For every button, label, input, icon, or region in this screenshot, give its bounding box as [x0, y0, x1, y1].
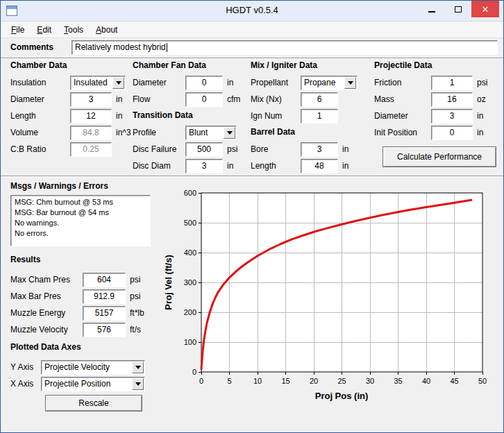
chevron-down-icon[interactable]: [112, 77, 124, 89]
messages-box[interactable]: MSG: Chm burnout @ 53 ms MSG: Bar burnou…: [10, 195, 151, 246]
chamber-data-title: Chamber Data: [10, 60, 67, 70]
menu-file[interactable]: File: [5, 23, 31, 37]
bore-label: Bore: [251, 144, 268, 154]
app-window: HGDT v0.5.4 ✕ File Edit Tools About Comm…: [0, 0, 504, 433]
fan-flow-field[interactable]: 0: [185, 92, 223, 107]
muzzle-velocity-unit: ft/s: [130, 325, 141, 334]
svg-text:40: 40: [422, 377, 430, 385]
mass-field[interactable]: 16: [431, 92, 473, 107]
message-line: MSG: Bar burnout @ 54 ms: [15, 207, 146, 218]
profile-select[interactable]: Blunt: [185, 126, 237, 140]
friction-field[interactable]: 1: [431, 76, 473, 90]
max-bar-pres-label: Max Bar Pres: [10, 291, 61, 301]
chamber-diameter-field[interactable]: 3: [70, 92, 112, 107]
svg-text:400: 400: [184, 248, 196, 257]
divider-top: [1, 58, 503, 59]
svg-text:15: 15: [281, 377, 289, 385]
fan-flow-label: Flow: [133, 94, 150, 104]
chamber-length-label: Length: [10, 111, 36, 121]
message-line: No errors.: [15, 228, 146, 239]
x-axis-select[interactable]: Projectile Position: [41, 377, 145, 391]
cb-ratio-label: C:B Ratio: [10, 144, 46, 154]
message-line: No warnings.: [15, 218, 146, 228]
chamber-diameter-unit: in: [116, 94, 122, 104]
fan-diameter-field[interactable]: 0: [185, 76, 223, 90]
svg-text:100: 100: [184, 338, 196, 346]
barrel-length-label: Length: [251, 161, 276, 171]
maximize-icon: [455, 6, 462, 12]
muzzle-velocity-field: 576: [83, 323, 126, 337]
projectile-data-title: Projectile Data: [374, 60, 432, 70]
menu-edit[interactable]: Edit: [31, 23, 58, 37]
chevron-down-icon[interactable]: [344, 77, 356, 89]
titlebar[interactable]: HGDT v0.5.4 ✕: [1, 1, 503, 22]
y-axis-select[interactable]: Projectile Velocity: [41, 360, 145, 375]
muzzle-velocity-label: Muzzle Velocity: [10, 325, 68, 334]
y-axis-label: Y Axis: [10, 362, 33, 372]
mix-field[interactable]: 6: [301, 92, 338, 107]
proj-diameter-label: Diameter: [374, 111, 408, 121]
svg-text:10: 10: [253, 377, 262, 385]
disc-failure-field[interactable]: 500: [185, 142, 223, 157]
disc-diam-unit: in: [227, 161, 233, 171]
max-bar-pres-unit: psi: [130, 291, 140, 301]
menu-tools[interactable]: Tools: [58, 23, 90, 37]
chart-y-axis-title: Proj Vel (ft/s): [163, 255, 174, 309]
close-icon: ✕: [482, 4, 489, 15]
friction-unit: psi: [477, 78, 487, 87]
chamber-fan-title: Chamber Fan Data: [133, 60, 206, 70]
maximize-button[interactable]: [448, 1, 469, 17]
comments-label: Comments: [10, 42, 53, 52]
max-cham-pres-label: Max Cham Pres: [10, 275, 70, 285]
mass-label: Mass: [374, 94, 394, 104]
mix-igniter-title: Mix / Igniter Data: [251, 60, 317, 70]
barrel-data-title: Barrel Data: [251, 127, 295, 137]
proj-diameter-field[interactable]: 3: [431, 109, 473, 124]
svg-text:50: 50: [478, 377, 487, 385]
menubar: File Edit Tools About: [1, 22, 503, 38]
svg-text:20: 20: [310, 377, 318, 385]
friction-label: Friction: [374, 78, 401, 87]
svg-text:30: 30: [366, 377, 374, 385]
comments-input[interactable]: Relatively modest hybrid: [72, 40, 498, 55]
disc-failure-label: Disc Failure: [133, 144, 176, 154]
ign-num-field[interactable]: 1: [301, 109, 338, 124]
disc-failure-unit: psi: [227, 144, 237, 154]
barrel-length-unit: in: [342, 161, 348, 171]
init-position-unit: in: [477, 128, 483, 137]
ign-num-label: Ign Num: [251, 111, 282, 121]
bore-field[interactable]: 3: [301, 142, 338, 157]
barrel-length-field[interactable]: 48: [301, 159, 338, 173]
message-line: MSG: Chm burnout @ 53 ms: [15, 197, 146, 207]
chevron-down-icon[interactable]: [132, 378, 144, 390]
insulation-select[interactable]: Insulated: [70, 76, 126, 90]
init-position-label: Init Position: [374, 128, 417, 137]
disc-diam-field[interactable]: 3: [185, 159, 223, 173]
svg-text:25: 25: [337, 377, 346, 385]
calculate-performance-button[interactable]: Calculate Performance: [383, 146, 496, 167]
transition-data-title: Transition Data: [133, 110, 193, 120]
chevron-down-icon[interactable]: [224, 127, 235, 139]
profile-label: Profile: [133, 128, 156, 137]
minimize-button[interactable]: [421, 1, 442, 17]
fan-diameter-unit: in: [227, 78, 233, 87]
performance-chart: 051015202530354045500100200300400500600 …: [159, 184, 502, 405]
muzzle-energy-label: Muzzle Energy: [10, 308, 65, 318]
plotted-axes-title: Plotted Data Axes: [10, 342, 81, 352]
chamber-volume-label: Volume: [10, 128, 38, 137]
chevron-down-icon[interactable]: [132, 362, 144, 373]
init-position-field[interactable]: 0: [431, 126, 473, 140]
cb-ratio-field: 0.25: [70, 142, 112, 157]
muzzle-energy-field: 5157: [83, 306, 126, 321]
muzzle-energy-unit: ft*lb: [130, 308, 144, 318]
propellant-select[interactable]: Propane: [301, 76, 358, 90]
menu-about[interactable]: About: [90, 23, 124, 37]
svg-text:0: 0: [192, 368, 196, 376]
chamber-length-field[interactable]: 12: [70, 109, 112, 124]
close-button[interactable]: ✕: [471, 1, 499, 17]
svg-text:500: 500: [184, 219, 196, 227]
proj-diameter-unit: in: [477, 111, 483, 121]
svg-text:5: 5: [227, 377, 231, 385]
rescale-button[interactable]: Rescale: [45, 395, 142, 411]
svg-text:35: 35: [394, 377, 402, 385]
